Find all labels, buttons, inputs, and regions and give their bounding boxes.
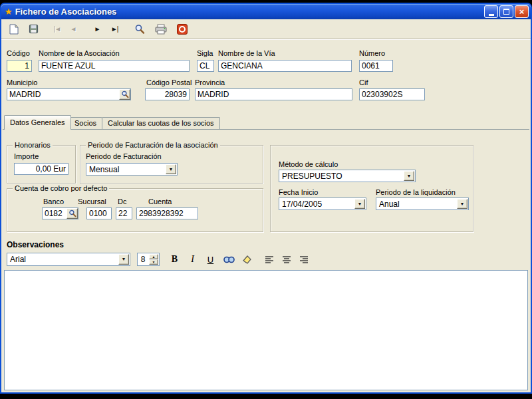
last-record-button[interactable]: ►|	[106, 21, 122, 37]
municipio-search-button[interactable]	[119, 89, 130, 100]
sucursal-label: Sucursal	[78, 198, 106, 205]
previous-record-button[interactable]: ◄	[65, 21, 81, 37]
observaciones-label: Observaciones	[7, 240, 64, 249]
underline-icon: U	[207, 255, 213, 265]
importe-label: Importe	[14, 152, 39, 160]
cif-field[interactable]: 02303902S	[359, 88, 425, 100]
font-name-combo[interactable]: Arial ▼	[7, 253, 130, 266]
tab-datos-generales[interactable]: Datos Generales	[4, 115, 71, 130]
provincia-field[interactable]: MADRID	[195, 88, 352, 100]
nombre-asociacion-label: Nombre de la Asociación	[39, 49, 120, 57]
spin-down-icon[interactable]: ▼	[149, 259, 158, 265]
importe-field[interactable]: 0,00 Eur	[14, 163, 68, 175]
tab-calcular-cuotas[interactable]: Calcular las cuotas de los socios	[102, 117, 220, 129]
chevron-down-icon[interactable]: ▼	[404, 171, 414, 181]
save-disk-icon	[29, 24, 39, 34]
desktop: { "window": { "title": "Fichero de Asoci…	[0, 0, 532, 399]
honorarios-group: Honorarios Importe 0,00 Eur	[7, 145, 76, 184]
sucursal-field[interactable]: 0100	[86, 207, 112, 219]
new-document-icon	[9, 24, 19, 35]
align-center-button[interactable]	[278, 252, 295, 267]
fecha-inicio-label: Fecha Inicio	[279, 188, 318, 196]
metodo-calculo-combo[interactable]: PRESUPUESTO ▼	[279, 170, 416, 182]
metodo-calculo-value: PRESUPUESTO	[282, 172, 342, 181]
honorarios-group-title: Honorarios	[13, 141, 53, 149]
app-window: ★ Fichero de Asociaciones × |◄ ◄ ► ►|	[0, 3, 532, 394]
dc-field[interactable]: 22	[116, 207, 132, 219]
cuenta-label: Cuenta	[148, 198, 172, 205]
maximize-button[interactable]	[499, 5, 513, 18]
banco-field[interactable]: 0182	[42, 207, 78, 219]
align-right-button[interactable]	[295, 252, 312, 267]
highlight-icon	[241, 255, 252, 265]
codigo-postal-label: Código Postal	[146, 78, 192, 86]
periodo-facturacion-combo[interactable]: Mensual ▼	[86, 163, 178, 176]
window-title: Fichero de Asociaciones	[15, 7, 484, 17]
italic-button[interactable]: I	[184, 252, 201, 267]
bold-icon: B	[172, 254, 178, 265]
exit-button[interactable]	[174, 21, 190, 37]
sigla-field[interactable]: CL	[197, 60, 214, 72]
fecha-inicio-value: 17/04/2005	[282, 200, 322, 209]
highlight-color-button[interactable]	[238, 252, 255, 267]
banco-value: 0182	[45, 209, 63, 218]
minimize-icon	[489, 14, 494, 16]
align-left-button[interactable]	[261, 252, 277, 267]
cuenta-field[interactable]: 2983928392	[136, 207, 198, 219]
sigla-label: Sigla	[197, 49, 213, 57]
search-button[interactable]	[132, 21, 148, 37]
new-record-button[interactable]	[5, 21, 21, 37]
banco-label: Banco	[43, 198, 64, 205]
observaciones-textarea[interactable]	[4, 270, 528, 390]
provincia-label: Provincia	[195, 78, 225, 86]
minimize-button[interactable]	[484, 5, 498, 18]
magnifier-icon	[68, 209, 76, 217]
periodo-liquidacion-label: Periodo de la liquidación	[376, 188, 456, 196]
exit-icon	[177, 24, 188, 35]
chevron-down-icon[interactable]: ▼	[118, 254, 129, 265]
printer-icon	[155, 24, 167, 35]
fecha-inicio-combo[interactable]: 17/04/2005 ▼	[279, 198, 366, 210]
periodo-liquidacion-combo[interactable]: Anual ▼	[376, 198, 469, 210]
facturacion-group: Periodo de Facturación de la asociación …	[80, 145, 263, 184]
codigo-label: Código	[7, 49, 30, 57]
bold-button[interactable]: B	[166, 252, 183, 267]
magnifier-icon	[134, 24, 145, 35]
tab-socios[interactable]: Socios	[68, 117, 102, 129]
calculo-group: Método de cálculo PRESUPUESTO ▼ Fecha In…	[270, 145, 473, 232]
nombre-asociacion-field[interactable]: FUENTE AZUL	[39, 60, 190, 72]
title-bar[interactable]: ★ Fichero de Asociaciones ×	[1, 4, 531, 19]
font-size-spinner[interactable]: 8 ▲ ▼	[137, 253, 160, 266]
italic-icon: I	[191, 254, 194, 265]
codigo-field[interactable]: 1	[7, 60, 32, 72]
periodo-facturacion-label: Periodo de Facturación	[86, 152, 162, 160]
numero-field[interactable]: 0061	[359, 60, 393, 72]
chevron-down-icon[interactable]: ▼	[166, 164, 176, 174]
banco-search-button[interactable]	[66, 208, 78, 219]
close-button[interactable]: ×	[515, 5, 529, 18]
align-center-icon	[282, 255, 291, 264]
font-size-value: 8	[138, 255, 148, 264]
underline-button[interactable]: U	[202, 252, 219, 267]
metodo-calculo-label: Método de cálculo	[279, 160, 338, 168]
municipio-label: Municipio	[7, 78, 37, 86]
last-record-icon: ►|	[111, 25, 118, 33]
chevron-down-icon[interactable]: ▼	[457, 199, 467, 209]
dc-label: Dc	[118, 198, 126, 205]
save-button[interactable]	[25, 21, 41, 37]
first-record-button[interactable]: |◄	[49, 21, 65, 37]
previous-record-icon: ◄	[70, 25, 76, 33]
chevron-down-icon[interactable]: ▼	[354, 199, 365, 209]
font-name-value: Arial	[10, 255, 26, 264]
nombre-via-field[interactable]: GENCIANA	[218, 60, 352, 72]
next-record-button[interactable]: ►	[89, 21, 105, 37]
periodo-facturacion-value: Mensual	[89, 165, 119, 174]
print-button[interactable]	[153, 21, 169, 37]
align-right-icon	[299, 255, 309, 264]
app-star-icon: ★	[5, 7, 13, 17]
numero-label: Número	[359, 49, 385, 57]
spin-up-icon[interactable]: ▲	[149, 254, 158, 259]
municipio-field[interactable]: MADRID	[7, 88, 131, 100]
codigo-postal-field[interactable]: 28039	[145, 88, 190, 100]
font-color-button[interactable]	[221, 252, 237, 267]
